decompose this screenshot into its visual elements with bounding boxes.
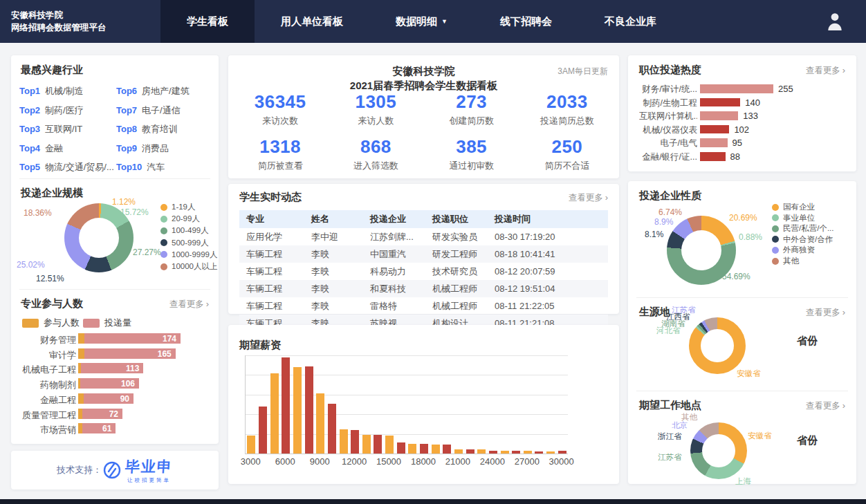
- company-nature-legend-item[interactable]: 中外合资/合作: [772, 234, 833, 245]
- company-nature-legend-item[interactable]: 事业单位: [772, 213, 815, 223]
- company-scale-legend-item[interactable]: 20-99人: [160, 214, 200, 224]
- industry-label: 汽车: [147, 162, 165, 172]
- legend-label: 国有企业: [783, 202, 815, 212]
- nav-tab-label: 不良企业库: [605, 15, 656, 28]
- x-tick-label: 27000: [510, 456, 544, 467]
- company-nature-donut-hole: [681, 230, 721, 270]
- nav-tab-1[interactable]: 学生看板: [160, 0, 255, 43]
- nav-tab-label: 数据明细: [396, 15, 437, 28]
- column-header: 投递职位: [425, 213, 488, 225]
- table-cell: 李映: [304, 265, 363, 278]
- chevron-right-icon: ›: [842, 307, 845, 317]
- overview-title-line2: 2021届春季招聘会学生数据看板: [228, 78, 619, 93]
- nav-tab-5[interactable]: 不良企业库: [578, 0, 683, 43]
- industry-label: 制药/医疗: [45, 105, 84, 115]
- x-tick-label: 15000: [372, 456, 405, 467]
- job-heat-title: 职位投递热度: [639, 64, 701, 77]
- table-cell: 车辆工程: [239, 265, 304, 278]
- job-heat-more-link[interactable]: 查看更多›: [806, 65, 845, 77]
- company-scale-legend-item[interactable]: 10000人以上: [160, 261, 217, 272]
- divider: [19, 289, 210, 290]
- company-nature-legend-item[interactable]: 民营/私营/个...: [772, 223, 833, 234]
- table-cell: 车辆工程: [239, 248, 304, 261]
- major-bar-label: 质量管理工程: [21, 409, 76, 422]
- origin-more-link[interactable]: 查看更多›: [806, 307, 845, 319]
- brand-slogan: 让校招更简单: [127, 477, 171, 484]
- dashboard: 安徽科技学院 网络招聘会数据管理平台 学生看板用人单位看板数据明细▼线下招聘会不…: [0, 0, 866, 504]
- biyeshen-logo-icon: [103, 461, 121, 479]
- legend-dot-icon: [772, 247, 779, 254]
- table-cell: 车辆工程: [239, 300, 304, 312]
- salary-bar: [270, 373, 279, 454]
- nav-tab-3[interactable]: 数据明细▼: [369, 0, 474, 43]
- industry-item: Top2制药/医疗: [19, 104, 84, 117]
- salary-bar: [432, 445, 440, 454]
- salary-bar: [293, 367, 302, 454]
- table-cell: 李映: [304, 248, 363, 261]
- major-legend-item[interactable]: 投递量: [83, 317, 131, 329]
- x-tick-label: 12000: [338, 456, 371, 467]
- salary-bar: [385, 436, 394, 454]
- nav-tab-2[interactable]: 用人单位看板: [255, 0, 369, 43]
- company-scale-legend-item[interactable]: 500-999人: [160, 238, 209, 248]
- delivery-value: 90: [84, 394, 129, 404]
- delivery-value: 106: [80, 379, 135, 389]
- stat-value: 36345: [232, 91, 328, 113]
- legend-dot-icon: [160, 227, 167, 234]
- table-row: 应用化学李中迎江苏剑牌...研发实验员08-30 17:19:20: [239, 228, 608, 245]
- company-nature-slice-label: 8.9%: [654, 217, 673, 227]
- stat-label: 简历被查看: [232, 160, 328, 172]
- legend-label: 事业单位: [783, 213, 815, 223]
- job-heat-bar: [700, 125, 729, 134]
- table-cell: 08-11 21:22:05: [488, 301, 608, 311]
- company-scale-legend-item[interactable]: 1-19人: [160, 202, 196, 212]
- major-legend-item[interactable]: 参与人数: [22, 317, 80, 329]
- legend-label: 中外合资/合作: [783, 234, 833, 245]
- company-nature-legend-item[interactable]: 国有企业: [772, 202, 815, 212]
- job-heat-label: 机械/仪器仪表: [639, 124, 697, 136]
- industry-item: Top10汽车: [116, 160, 165, 174]
- legend-label: 500-999人: [172, 238, 209, 248]
- stat-value: 1318: [232, 136, 328, 158]
- salary-card: 期望薪资 30006000900012000150001800021000240…: [228, 325, 619, 484]
- salary-bar: [524, 451, 532, 454]
- column-header: 投递企业: [363, 213, 425, 225]
- table-cell: 研发工程师: [425, 248, 488, 261]
- industry-item: Top8教育培训: [116, 122, 178, 136]
- stat-value: 1305: [328, 91, 423, 113]
- stat-label: 创建简历数: [424, 115, 519, 127]
- company-scale-legend-item[interactable]: 100-499人: [160, 225, 209, 236]
- user-icon[interactable]: [826, 12, 844, 31]
- job-heat-bar: [700, 84, 773, 93]
- divider: [19, 178, 210, 179]
- nav-tab-4[interactable]: 线下招聘会: [474, 0, 578, 43]
- legend-label: 100-499人: [172, 225, 209, 236]
- salary-bar: [397, 442, 405, 454]
- major-participation-more-link[interactable]: 查看更多›: [169, 299, 209, 310]
- job-heat-chart: 财务/审计/统...255制药/生物工程140互联网/计算机...133机械/仪…: [639, 82, 845, 167]
- industry-rank: Top2: [19, 105, 40, 115]
- industry-label: 电子/通信: [142, 105, 181, 115]
- logo-line1: 安徽科技学院: [11, 9, 107, 21]
- table-header-row: 专业姓名投递企业投递职位投递时间: [239, 210, 608, 228]
- salary-bar: [374, 435, 382, 454]
- legend-dot-icon: [160, 216, 167, 223]
- gridline: [246, 355, 568, 356]
- salary-bar: [408, 444, 416, 454]
- company-nature-legend-item[interactable]: 其他: [772, 256, 799, 266]
- salary-bar: [420, 444, 428, 454]
- company-nature-slice-label: 6.74%: [658, 207, 682, 217]
- company-scale-legend-item[interactable]: 1000-9999人: [160, 250, 218, 260]
- work-location-donut-hole: [702, 434, 735, 467]
- x-tick-label: 21000: [441, 456, 475, 467]
- work-location-more-link[interactable]: 查看更多›: [806, 400, 845, 412]
- industry-item: Top4金融: [19, 142, 63, 155]
- company-nature-legend-item[interactable]: 外商独资: [772, 245, 815, 255]
- more-label: 查看更多: [806, 308, 840, 317]
- stat-label: 来访次数: [232, 115, 328, 127]
- stat-label: 简历不合适: [519, 160, 615, 172]
- realtime-more-link[interactable]: 查看更多›: [569, 192, 608, 204]
- column-header: 姓名: [304, 213, 363, 225]
- legend-dot-icon: [160, 251, 167, 258]
- table-cell: 技术研究员: [425, 265, 488, 278]
